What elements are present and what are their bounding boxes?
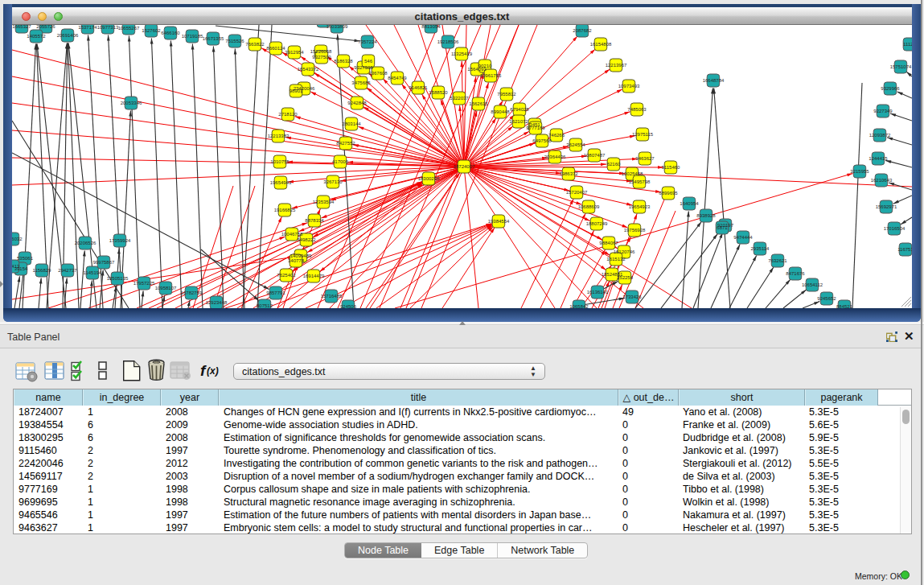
svg-text:20206526: 20206526 [75, 241, 97, 245]
svg-text:3912954: 3912954 [285, 50, 304, 55]
svg-text:6899695: 6899695 [659, 191, 678, 196]
svg-text:7955812: 7955812 [497, 92, 516, 97]
svg-text:15716485: 15716485 [321, 294, 343, 299]
svg-text:10807487: 10807487 [584, 153, 606, 158]
svg-text:17957225: 17957225 [133, 281, 155, 286]
svg-text:1065842: 1065842 [569, 304, 589, 308]
svg-text:12213967: 12213967 [606, 63, 627, 68]
svg-text:19654943: 19654943 [270, 180, 292, 185]
svg-text:8427552: 8427552 [336, 141, 355, 146]
svg-text:746266: 746266 [548, 133, 565, 138]
svg-text:6497568: 6497568 [532, 138, 552, 143]
svg-text:9146821: 9146821 [409, 85, 428, 90]
svg-text:10046758: 10046758 [281, 232, 303, 237]
svg-text:9115460: 9115460 [662, 165, 681, 170]
svg-text:7515526: 7515526 [225, 39, 244, 43]
svg-text:1733426: 1733426 [622, 295, 642, 299]
svg-text:9227349: 9227349 [873, 109, 893, 113]
svg-text:2942737: 2942737 [58, 268, 77, 273]
svg-text:16543372: 16543372 [298, 67, 319, 72]
svg-text:1640954: 1640954 [680, 201, 699, 206]
svg-text:15495798: 15495798 [629, 179, 651, 184]
svg-text:1537174: 1537174 [78, 25, 97, 30]
svg-text:1156829: 1156829 [33, 268, 52, 273]
svg-text:10958107: 10958107 [155, 286, 177, 290]
svg-text:924506: 924506 [340, 304, 357, 308]
svg-text:1010755: 1010755 [270, 159, 290, 164]
svg-text:11325419: 11325419 [451, 51, 473, 56]
svg-text:2718120: 2718120 [278, 112, 298, 117]
svg-text:20364436: 20364436 [544, 154, 566, 159]
svg-text:16210643: 16210643 [871, 178, 893, 183]
svg-text:2087682: 2087682 [573, 28, 592, 33]
svg-text:9474444: 9474444 [733, 235, 753, 240]
svg-text:10025458: 10025458 [622, 171, 643, 176]
svg-text:2026032: 2026032 [12, 237, 23, 241]
svg-text:7357224: 7357224 [358, 39, 377, 44]
svg-text:2935114: 2935114 [751, 246, 770, 251]
svg-text:1588520: 1588520 [429, 90, 448, 95]
svg-text:884521: 884521 [836, 304, 853, 308]
svg-text:3215955: 3215955 [850, 169, 869, 174]
svg-text:16154808: 16154808 [590, 42, 612, 47]
svg-text:2055726: 2055726 [36, 25, 55, 29]
svg-text:3624554: 3624554 [566, 142, 585, 147]
svg-text:19166825: 19166825 [274, 208, 296, 212]
svg-text:12505135: 12505135 [107, 276, 129, 281]
svg-text:12923448: 12923448 [206, 300, 228, 305]
svg-text:1244415: 1244415 [869, 156, 888, 161]
svg-text:12353594: 12353594 [313, 200, 335, 204]
svg-text:2803144: 2803144 [342, 122, 361, 126]
svg-text:16671355: 16671355 [203, 36, 224, 41]
svg-text:16782759: 16782759 [181, 290, 203, 295]
svg-text:62160: 62160 [607, 162, 621, 167]
svg-text:6466160: 6466160 [161, 31, 180, 35]
svg-text:20053346: 20053346 [121, 101, 142, 105]
svg-text:16914479: 16914479 [303, 274, 325, 278]
svg-text:9327500: 9327500 [312, 55, 331, 60]
svg-text:10977313: 10977313 [97, 25, 119, 30]
svg-text:8454749: 8454749 [388, 76, 407, 80]
svg-text:12213383: 12213383 [268, 134, 290, 138]
svg-text:12093872: 12093872 [869, 133, 891, 138]
svg-text:16136141: 16136141 [587, 290, 609, 295]
svg-text:90210: 90210 [478, 64, 492, 68]
svg-text:8471676: 8471676 [786, 271, 805, 276]
svg-text:7663822: 7663822 [245, 42, 265, 47]
svg-text:9242848: 9242848 [347, 101, 367, 105]
svg-text:8878334: 8878334 [305, 218, 324, 223]
svg-text:10719185: 10719185 [182, 34, 203, 39]
svg-text:11123: 11123 [903, 42, 912, 47]
svg-text:8660124: 8660124 [266, 46, 285, 51]
svg-text:20691406: 20691406 [57, 33, 79, 38]
svg-text:417006: 417006 [332, 159, 349, 164]
svg-text:16648784: 16648784 [703, 78, 725, 83]
svg-text:19218506: 19218506 [437, 39, 459, 44]
svg-text:7986372: 7986372 [559, 171, 578, 176]
svg-text:9327508: 9327508 [354, 65, 373, 70]
svg-text:17016504: 17016504 [884, 226, 906, 231]
svg-text:99975867: 99975867 [93, 260, 115, 265]
svg-text:1405572: 1405572 [27, 34, 46, 39]
svg-text:12975115: 12975115 [632, 132, 654, 137]
svg-text:907512: 907512 [257, 303, 273, 308]
svg-text:10655267: 10655267 [118, 26, 140, 31]
svg-text:15692971: 15692971 [876, 204, 897, 209]
svg-text:8186328: 8186328 [334, 59, 353, 64]
svg-text:3267130: 3267130 [323, 179, 343, 184]
svg-text:10654112: 10654112 [802, 282, 823, 287]
svg-text:3475685: 3475685 [351, 80, 371, 85]
svg-text:18724007: 18724007 [454, 164, 475, 169]
svg-text:6794028: 6794028 [510, 107, 529, 112]
svg-text:1621072: 1621072 [509, 119, 528, 124]
svg-text:1527602: 1527602 [142, 28, 161, 33]
svg-text:5322037: 5322037 [450, 96, 469, 101]
svg-text:20413: 20413 [12, 264, 20, 269]
svg-text:1665327: 1665327 [12, 25, 31, 29]
svg-text:6871: 6871 [717, 225, 728, 230]
svg-text:9884067: 9884067 [599, 241, 618, 245]
svg-text:19756928: 19756928 [624, 228, 646, 233]
svg-text:1615132: 1615132 [606, 257, 626, 262]
svg-text:18300295: 18300295 [418, 176, 440, 181]
svg-text:9463627: 9463627 [635, 156, 655, 161]
